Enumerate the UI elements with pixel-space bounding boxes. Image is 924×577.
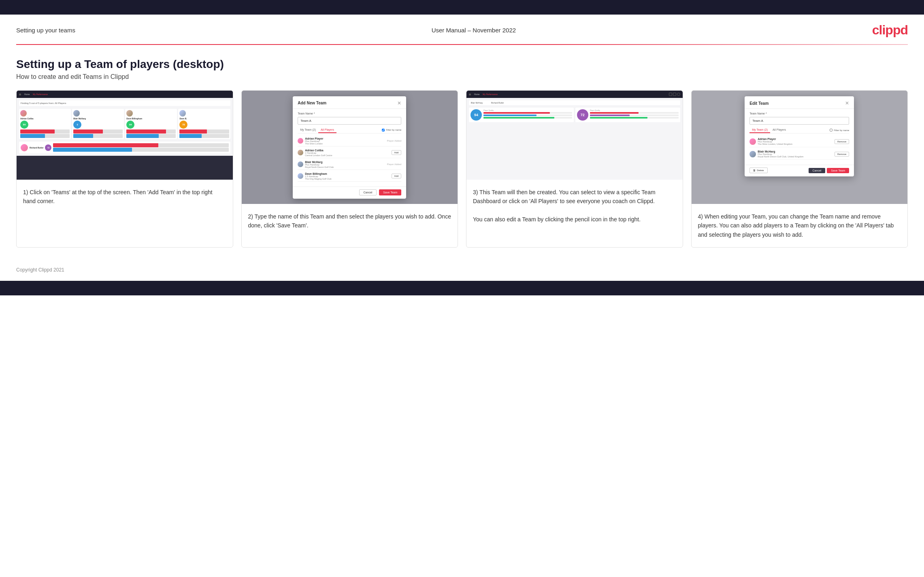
cards-container: Home My Performance Finding 5 out of 5 p…	[0, 90, 924, 264]
ss3-bar-6	[590, 117, 679, 119]
ss1-body: Finding 5 out of 5 players from: All Pla…	[17, 98, 233, 156]
dialog-title: Add New Team	[298, 101, 326, 105]
remove-player-1-button[interactable]: Remove	[835, 139, 849, 144]
player-list: Adrian Player Plus HandicapThe Shire Lon…	[298, 136, 401, 182]
edit-cancel-button[interactable]: Cancel	[809, 168, 826, 173]
ss1-name-4: Dave B.	[179, 117, 229, 120]
edit-player-list: Adrian Player Plus HandicapThe Shire Lon…	[749, 136, 849, 160]
edit-tab-my-team[interactable]: My Team (2)	[749, 127, 770, 133]
ss1-player-card-5: Richard Butler 72	[19, 142, 230, 153]
ss3-stat-label-2: Player Quality	[590, 109, 679, 111]
player-avatar-2	[298, 150, 303, 155]
edit-team-name-input[interactable]	[749, 117, 849, 125]
edit-player-avatar-2	[749, 151, 756, 157]
dialog-body: Team Name * My Team (2) All Players Filt…	[293, 109, 406, 185]
edit-dialog-footer: 🗑 Delete Cancel Save Team	[745, 165, 854, 176]
ss3-stat-bars-2	[590, 112, 679, 119]
player-details-3: Blair McHarg Plus HandicapRoyal North De…	[305, 161, 334, 168]
player-club-4: 1.5 HandicapThe Ong Maging Golf Club	[305, 175, 331, 180]
player-name-1: Adrian Player	[305, 137, 323, 140]
delete-team-button[interactable]: 🗑 Delete	[749, 168, 767, 173]
remove-player-2-button[interactable]: Remove	[835, 152, 849, 157]
header-section-label: Setting up your teams	[16, 27, 75, 34]
add-new-team-dialog: Add New Team ✕ Team Name * My Team (2) A…	[293, 96, 406, 199]
edit-dialog-title: Edit Team	[749, 101, 769, 106]
ss1-score-2: 0	[73, 121, 81, 129]
card-4-description: 4) When editing your Team, you can chang…	[698, 213, 894, 238]
player-details-4: Dave Billingham 1.5 HandicapThe Ong Magi…	[305, 172, 331, 180]
copyright-text: Copyright Clippd 2021	[16, 267, 64, 273]
card-3-text: 3) This Team will then be created. You c…	[466, 180, 683, 247]
edit-filter-checkbox[interactable]	[830, 129, 832, 132]
ss1-nav-dot-1	[19, 93, 21, 95]
bottom-bar	[0, 281, 924, 295]
player-name-3: Blair McHarg	[305, 161, 334, 163]
card-1-text: 1) Click on 'Teams' at the top of the sc…	[17, 180, 233, 247]
save-team-button[interactable]: Save Team	[379, 189, 401, 195]
dialog-player-row-4: Dave Billingham 1.5 HandicapThe Ong Magi…	[298, 171, 401, 182]
tab-all-players[interactable]: All Players	[318, 127, 336, 133]
player-info-3: Blair McHarg Plus HandicapRoyal North De…	[298, 161, 334, 168]
edit-dialog-header: Edit Team ✕	[745, 96, 854, 109]
player-added-3: Player Added	[387, 163, 402, 165]
ss1-avatar-4	[179, 110, 186, 117]
screenshot-3: Home My Performance Blair McHarg Richard…	[466, 91, 683, 180]
ss3-score-1: 94	[471, 109, 482, 121]
ss3-player-cards: 94 Player Quality	[469, 108, 680, 122]
ss3-nav-home: Home	[474, 93, 479, 95]
top-bar	[0, 0, 924, 15]
team-name-input[interactable]	[298, 117, 401, 125]
delete-label: Delete	[757, 169, 764, 172]
player-club-2: 1 HandicapCentral London Golf Centre	[305, 152, 332, 157]
edit-player-avatar-1	[749, 138, 756, 145]
edit-save-team-button[interactable]: Save Team	[827, 168, 849, 173]
tab-my-team[interactable]: My Team (2)	[298, 127, 318, 133]
ss1-avatar-5	[21, 144, 28, 151]
add-player-2-button[interactable]: Add	[392, 150, 402, 155]
dialog-footer: Cancel Save Team	[293, 187, 406, 199]
ss3-card-1: 94 Player Quality	[469, 108, 574, 122]
header-document-title: User Manual – November 2022	[432, 27, 516, 34]
add-player-4-button[interactable]: Add	[392, 174, 402, 178]
player-avatar-1	[298, 138, 303, 144]
card-2-text: 2) Type the name of this Team and then s…	[242, 204, 458, 247]
dialog-close-icon[interactable]: ✕	[397, 100, 401, 106]
ss1-bar-2	[20, 134, 70, 138]
dialog-header: Add New Team ✕	[293, 96, 406, 109]
player-details-2: Adrian Coliba 1 HandicapCentral London G…	[305, 149, 332, 157]
ss1-nav-home: Home	[24, 93, 30, 95]
ss3-bar-2	[483, 115, 572, 116]
ss3-stat-bars-1	[483, 112, 572, 119]
card-3: Home My Performance Blair McHarg Richard…	[466, 90, 683, 248]
ss1-score-5: 72	[45, 144, 51, 151]
screenshot-1: Home My Performance Finding 5 out of 5 p…	[17, 91, 233, 180]
edit-close-icon[interactable]: ✕	[845, 100, 849, 106]
team-name-label: Team Name *	[298, 112, 401, 115]
card-2: Add New Team ✕ Team Name * My Team (2) A…	[241, 90, 458, 248]
cancel-button[interactable]: Cancel	[359, 189, 377, 195]
ss3-bar-5	[590, 115, 679, 116]
ss3-bar-3	[483, 117, 572, 119]
edit-tab-all-players[interactable]: All Players	[770, 127, 788, 133]
ss1-name-1: Adrian Coliba	[20, 117, 70, 120]
edit-dialog-body: Team Name * My Team (2) All Players Filt…	[745, 109, 854, 163]
ss3-stats-1: Player Quality	[483, 109, 572, 120]
ss1-avatar-3	[126, 110, 133, 117]
edit-player-row-2: Blair McHarg Plus HandicapRoyal North De…	[749, 148, 849, 160]
ss1-header-bar: Finding 5 out of 5 players from: All Pla…	[19, 100, 230, 106]
player-info-4: Dave Billingham 1.5 HandicapThe Ong Magi…	[298, 172, 331, 180]
ss1-bar-8	[179, 134, 229, 138]
card-4: Edit Team ✕ Team Name * My Team (2) All …	[691, 90, 908, 248]
ss1-name-2: Blair McHarg	[73, 117, 123, 120]
filter-checkbox[interactable]	[382, 129, 385, 132]
trash-icon: 🗑	[753, 169, 756, 172]
filter-label: Filter by name	[386, 129, 401, 131]
player-name-4: Dave Billingham	[305, 172, 331, 175]
ss1-bar-10	[53, 148, 228, 152]
edit-footer-right: Cancel Save Team	[809, 168, 849, 173]
edit-dialog-filter: Filter by name	[830, 127, 849, 133]
dialog-tabs: My Team (2) All Players Filter by name	[298, 127, 401, 134]
edit-player-details-1: Adrian Player Plus HandicapThe Shire Lon…	[758, 138, 792, 145]
edit-team-dialog: Edit Team ✕ Team Name * My Team (2) All …	[745, 96, 854, 176]
ss3-body: Blair McHarg Richard Butler 94 Player Qu…	[466, 98, 683, 125]
